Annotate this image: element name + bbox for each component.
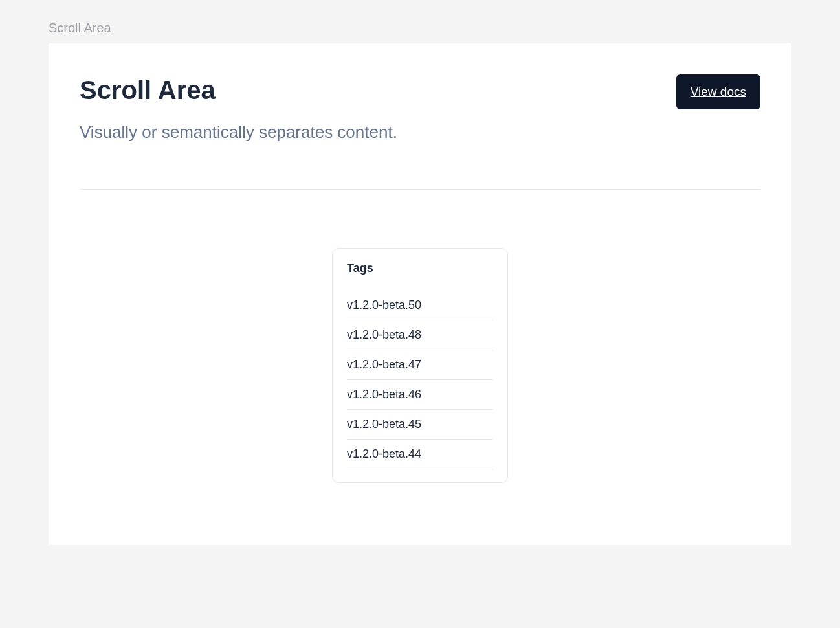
section-divider: [80, 189, 760, 190]
header-row: Scroll Area View docs: [80, 74, 760, 109]
view-docs-button[interactable]: View docs: [676, 74, 760, 109]
page-title: Scroll Area: [80, 74, 216, 106]
tag-item: v1.2.0-beta.48: [347, 320, 493, 350]
scroll-area-box[interactable]: Tags v1.2.0-beta.50 v1.2.0-beta.48 v1.2.…: [332, 248, 508, 483]
scroll-box-title: Tags: [347, 262, 493, 275]
breadcrumb: Scroll Area: [0, 0, 840, 43]
demo-area: Tags v1.2.0-beta.50 v1.2.0-beta.48 v1.2.…: [80, 248, 760, 514]
main-card: Scroll Area View docs Visually or semant…: [49, 43, 791, 545]
tag-item: v1.2.0-beta.46: [347, 380, 493, 410]
tag-item: v1.2.0-beta.47: [347, 350, 493, 380]
page-subtitle: Visually or semantically separates conte…: [80, 122, 760, 142]
tag-item: v1.2.0-beta.45: [347, 410, 493, 440]
tag-item: v1.2.0-beta.44: [347, 440, 493, 469]
tag-item: v1.2.0-beta.50: [347, 291, 493, 320]
